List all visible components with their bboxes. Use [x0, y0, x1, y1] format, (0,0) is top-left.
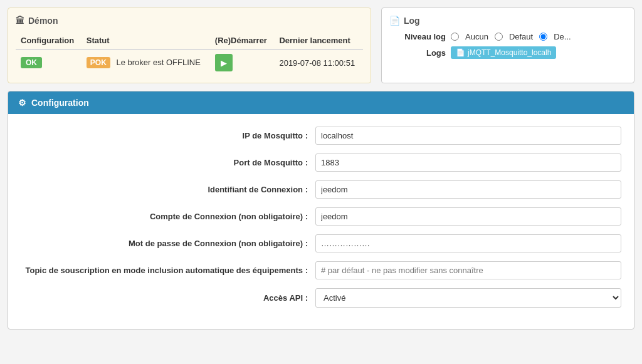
status-cell: POK Le broker est OFFLINE	[82, 49, 210, 75]
log-icon: 📄	[389, 16, 400, 26]
last-launch-cell: 2019-07-08 11:00:51	[274, 49, 363, 75]
select-api[interactable]: Désactivé Activé	[315, 288, 621, 308]
niveau-log-label: Niveau log	[389, 32, 446, 41]
restart-cell[interactable]: ▶	[210, 49, 275, 75]
table-row: OK POK Le broker est OFFLINE ▶ 2019-07-0…	[16, 49, 363, 75]
input-compte[interactable]	[315, 207, 621, 226]
form-row-password: Mot de passe de Connexion (non obligatoi…	[8, 234, 634, 252]
label-port: Port de Mosquitto :	[21, 158, 315, 167]
config-badge-cell: OK	[16, 49, 82, 75]
demon-panel: 🏛 Démon Configuration Statut (Re)Démarre…	[8, 8, 371, 83]
config-header: ⚙ Configuration	[8, 91, 634, 114]
input-ip[interactable]	[315, 127, 621, 145]
log-file-button[interactable]: 📄 jMQTT_Mosquitto_localh	[451, 46, 556, 59]
restart-button[interactable]: ▶	[215, 54, 233, 71]
log-form: Niveau log Aucun Defaut De... Logs 📄 jMQ…	[389, 32, 626, 59]
ok-badge: OK	[21, 57, 42, 68]
demon-icon: 🏛	[16, 16, 24, 26]
config-title: Configuration	[31, 98, 89, 108]
form-row-compte: Compte de Connexion (non obligatoire) :	[8, 207, 634, 226]
log-panel: 📄 Log Niveau log Aucun Defaut De... Logs…	[381, 8, 634, 83]
niveau-log-row: Niveau log Aucun Defaut De...	[389, 32, 626, 41]
status-text: Le broker est OFFLINE	[116, 58, 200, 67]
input-topic[interactable]	[315, 261, 621, 279]
form-row-api: Accès API : Désactivé Activé	[8, 288, 634, 308]
radio-aucun-label: Aucun	[465, 32, 488, 41]
input-port[interactable]	[315, 153, 621, 172]
label-api: Accès API :	[21, 293, 315, 303]
input-password[interactable]	[315, 234, 621, 252]
label-compte: Compte de Connexion (non obligatoire) :	[21, 212, 315, 221]
demon-table: Configuration Statut (Re)Démarrer Dernie…	[16, 32, 363, 75]
file-icon: 📄	[456, 48, 465, 57]
radio-group: Aucun Defaut De...	[451, 32, 571, 41]
label-password: Mot de passe de Connexion (non obligatoi…	[21, 239, 315, 248]
radio-de-label: De...	[554, 32, 571, 41]
col-configuration: Configuration	[16, 32, 82, 49]
col-dernier-lancement: Dernier lancement	[274, 32, 363, 49]
radio-defaut[interactable]	[495, 33, 503, 41]
form-row-port: Port de Mosquitto :	[8, 153, 634, 172]
config-panel: ⚙ Configuration IP de Mosquitto : Port d…	[8, 91, 634, 330]
radio-defaut-label: Defaut	[509, 32, 533, 41]
form-row-identifiant: Identifiant de Connexion :	[8, 180, 634, 199]
config-body: IP de Mosquitto : Port de Mosquitto : Id…	[8, 114, 634, 329]
form-row-ip: IP de Mosquitto :	[8, 127, 634, 145]
pok-badge: POK	[87, 57, 110, 68]
label-ip: IP de Mosquitto :	[21, 131, 315, 140]
log-file-name: jMQTT_Mosquitto_localh	[468, 48, 551, 57]
label-identifiant: Identifiant de Connexion :	[21, 185, 315, 194]
play-icon: ▶	[221, 58, 227, 68]
demon-title: 🏛 Démon	[16, 16, 363, 26]
config-icon: ⚙	[18, 98, 26, 108]
log-title: 📄 Log	[389, 16, 626, 26]
form-row-topic: Topic de souscription en mode inclusion …	[8, 261, 634, 279]
logs-label: Logs	[389, 48, 446, 58]
label-topic: Topic de souscription en mode inclusion …	[21, 266, 315, 275]
input-identifiant[interactable]	[315, 180, 621, 199]
logs-row: Logs 📄 jMQTT_Mosquitto_localh	[389, 46, 626, 59]
col-statut: Statut	[82, 32, 210, 49]
col-redemarrer: (Re)Démarrer	[210, 32, 275, 49]
radio-aucun[interactable]	[451, 33, 459, 41]
radio-de[interactable]	[539, 33, 547, 41]
